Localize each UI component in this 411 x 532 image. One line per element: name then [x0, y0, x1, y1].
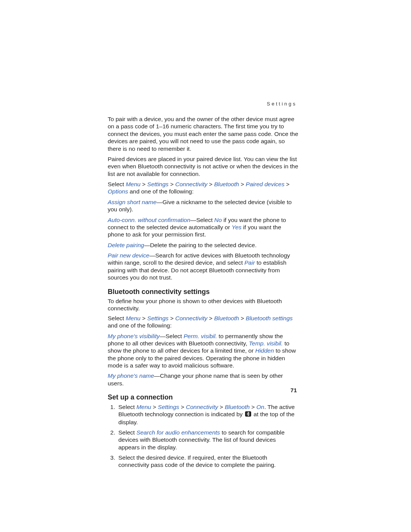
separator: > [207, 181, 214, 187]
option-phone-visibility: My phone's visibility—Select Perm. visib… [108, 332, 299, 369]
setup-steps-list: Select Menu > Settings > Connectivity > … [108, 403, 299, 469]
option-assign-short-name: Assign short name—Give a nickname to the… [108, 198, 299, 213]
body-content: To pair with a device, you and the owner… [108, 115, 299, 469]
breadcrumb-bt-settings: Bluetooth settings [246, 315, 293, 321]
value-hidden: Hidden [255, 347, 274, 354]
paragraph-define: To define how your phone is shown to oth… [108, 297, 299, 312]
text: Select [108, 181, 126, 187]
breadcrumb-menu: Menu [126, 181, 140, 187]
breadcrumb-connectivity: Connectivity [175, 181, 207, 187]
option-label: Auto-conn. without confirmation [108, 217, 190, 223]
list-item: Select the desired device. If required, … [117, 454, 299, 469]
separator: > [239, 315, 246, 321]
heading-setup-connection: Set up a connection [108, 393, 299, 402]
text: and one of the following: [108, 322, 172, 329]
list-item: Select Search for audio enhancements to … [117, 429, 299, 451]
text: Select [118, 404, 136, 410]
separator: > [179, 404, 186, 410]
paragraph-pairing-intro: To pair with a device, you and the owner… [108, 115, 299, 152]
value-pair: Pair [244, 259, 255, 266]
breadcrumb-settings: Settings [147, 181, 169, 187]
separator: > [140, 181, 147, 187]
paragraph-select-path-2: Select Menu > Settings > Connectivity > … [108, 315, 299, 329]
text: and one of the following: [128, 188, 193, 195]
breadcrumb-bluetooth: Bluetooth [214, 181, 239, 187]
option-text: —Delete the pairing to the selected devi… [144, 242, 257, 248]
running-header: Settings [267, 101, 297, 107]
separator: > [140, 315, 147, 321]
breadcrumb-options: Options [108, 188, 128, 195]
separator: > [239, 181, 246, 187]
breadcrumb-menu: Menu [126, 315, 140, 321]
separator: > [250, 404, 256, 410]
option-label: Delete pairing [108, 242, 144, 248]
breadcrumb-connectivity: Connectivity [186, 404, 218, 410]
breadcrumb-bluetooth: Bluetooth [214, 315, 239, 321]
list-item: Select Menu > Settings > Connectivity > … [117, 403, 299, 426]
breadcrumb-menu: Menu [136, 404, 151, 410]
value-on: On [256, 404, 264, 410]
breadcrumb-connectivity: Connectivity [175, 315, 207, 321]
breadcrumb-paired-devices: Paired devices [246, 181, 285, 187]
separator: > [207, 315, 214, 321]
breadcrumb-settings: Settings [158, 404, 179, 410]
page-number: 71 [290, 387, 297, 394]
document-page: Settings To pair with a device, you and … [0, 0, 411, 532]
value-perm-visibil: Perm. visibil. [183, 333, 217, 339]
text: Select [108, 315, 126, 321]
option-label: Pair new device [108, 252, 149, 259]
separator: > [284, 181, 289, 187]
separator: > [169, 181, 175, 187]
option-label: My phone's visibility [108, 333, 159, 339]
value-temp-visibil: Temp. visibil. [249, 340, 283, 347]
bluetooth-icon [245, 411, 251, 418]
breadcrumb-settings: Settings [147, 315, 169, 321]
text: —Select [190, 217, 214, 223]
text: Select [118, 429, 136, 436]
value-search-audio: Search for audio enhancements [136, 429, 220, 436]
heading-bt-connectivity-settings: Bluetooth connectivity settings [108, 288, 299, 296]
paragraph-paired-list: Paired devices are placed in your paired… [108, 155, 299, 177]
value-no: No [214, 217, 222, 223]
breadcrumb-bluetooth: Bluetooth [225, 404, 250, 410]
separator: > [169, 315, 175, 321]
option-phone-name: My phone's name—Change your phone name t… [108, 372, 299, 387]
value-yes: Yes [232, 224, 242, 230]
option-delete-pairing: Delete pairing—Delete the pairing to the… [108, 241, 299, 249]
option-pair-new: Pair new device—Search for active device… [108, 252, 299, 281]
option-label: Assign short name [108, 199, 156, 205]
text: —Select [159, 333, 183, 339]
option-label: My phone's name [108, 372, 154, 379]
separator: > [218, 404, 225, 410]
separator: > [151, 404, 158, 410]
option-auto-conn: Auto-conn. without confirmation—Select N… [108, 216, 299, 238]
paragraph-select-path: Select Menu > Settings > Connectivity > … [108, 181, 299, 195]
